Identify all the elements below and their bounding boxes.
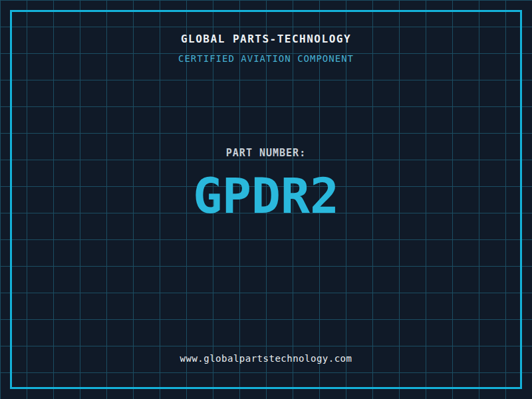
part-number-label: PART NUMBER: [0, 147, 532, 159]
company-title: GLOBAL PARTS-TECHNOLOGY [0, 33, 532, 45]
website-url: www.globalpartstechnology.com [0, 353, 532, 364]
certification-subtitle: CERTIFIED AVIATION COMPONENT [0, 53, 532, 64]
part-number-value: GPDR2 [0, 172, 532, 220]
blueprint-card: GLOBAL PARTS-TECHNOLOGY CERTIFIED AVIATI… [0, 0, 532, 399]
